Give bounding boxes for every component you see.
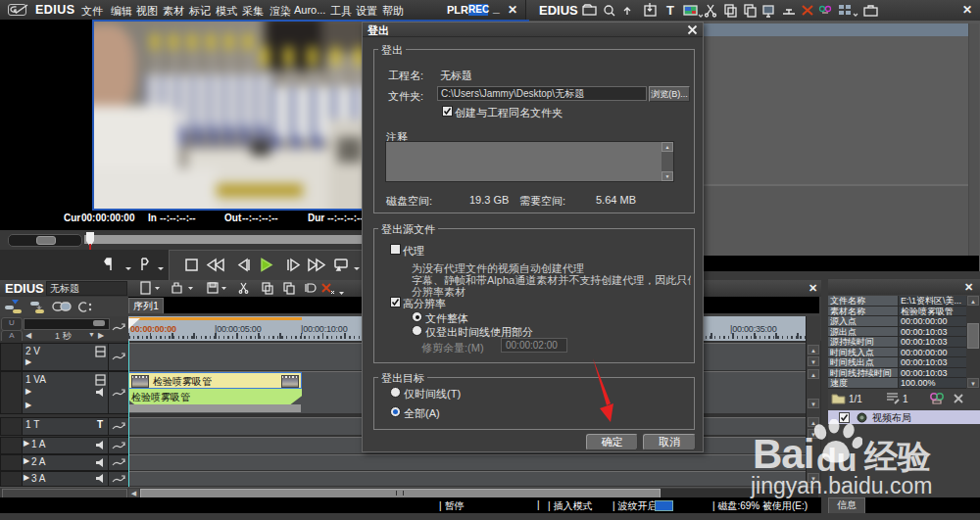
- svg-text:T: T: [666, 3, 674, 18]
